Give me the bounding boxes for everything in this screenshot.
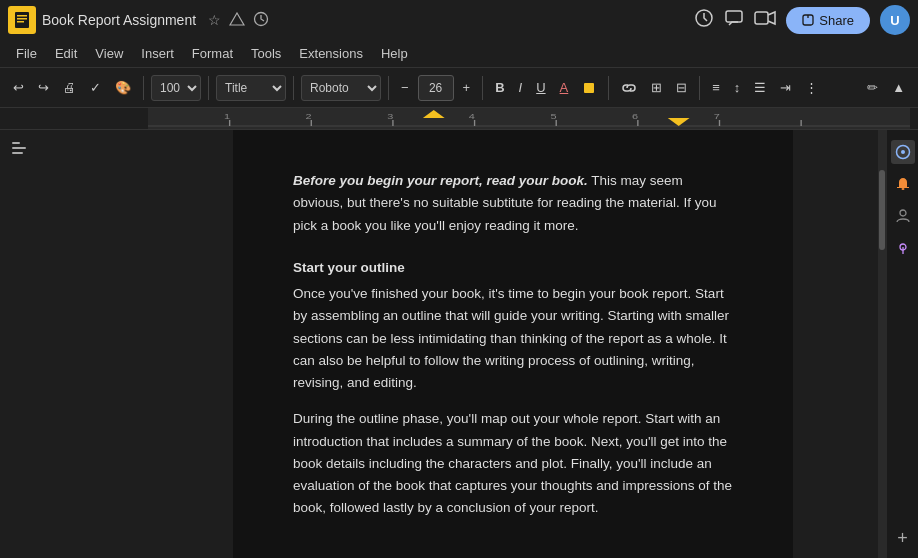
redo-button[interactable]: ↪: [33, 76, 54, 99]
indent-button[interactable]: ⇥: [775, 76, 796, 99]
list-button[interactable]: ☰: [749, 76, 771, 99]
divider2: [208, 76, 209, 100]
menu-view[interactable]: View: [87, 43, 131, 64]
outline-icon[interactable]: [12, 140, 32, 162]
undo-button[interactable]: ↩: [8, 76, 29, 99]
right-panel: +: [886, 130, 918, 558]
divider5: [482, 76, 483, 100]
svg-rect-11: [584, 83, 594, 93]
history-icon[interactable]: [253, 11, 269, 30]
svg-text:2: 2: [306, 111, 312, 120]
notifications-icon[interactable]: [891, 172, 915, 196]
menu-tools[interactable]: Tools: [243, 43, 289, 64]
svg-rect-1: [17, 15, 27, 17]
avatar[interactable]: U: [880, 5, 910, 35]
svg-text:5: 5: [550, 111, 556, 120]
svg-rect-36: [901, 188, 904, 190]
underline-button[interactable]: U: [531, 76, 550, 99]
menu-edit[interactable]: Edit: [47, 43, 85, 64]
svg-rect-32: [12, 147, 26, 149]
svg-rect-12: [148, 108, 910, 130]
line-spacing-button[interactable]: ↕: [729, 76, 746, 99]
italic-button[interactable]: I: [514, 76, 528, 99]
bold-button[interactable]: B: [490, 76, 509, 99]
svg-rect-31: [12, 142, 20, 144]
divider3: [293, 76, 294, 100]
svg-rect-7: [726, 11, 742, 22]
toolbar: ↩ ↪ 🖨 ✓ 🎨 100% Title Normal Heading 1 Ro…: [0, 68, 918, 108]
svg-rect-2: [17, 18, 27, 20]
menu-extensions[interactable]: Extensions: [291, 43, 371, 64]
svg-marker-4: [230, 13, 244, 25]
menu-help[interactable]: Help: [373, 43, 416, 64]
title-right: Share U: [694, 5, 910, 35]
divider4: [388, 76, 389, 100]
svg-text:6: 6: [632, 111, 638, 120]
main-area: Before you begin your report, read your …: [0, 130, 918, 558]
spell-check-button[interactable]: ✓: [85, 76, 106, 99]
share-button[interactable]: Share: [786, 7, 870, 34]
align-button[interactable]: ≡: [707, 76, 725, 99]
divider1: [143, 76, 144, 100]
doc-title-area: Book Report Assignment: [42, 12, 196, 28]
highlight-button[interactable]: [577, 77, 601, 99]
font-select[interactable]: Roboto Arial Times New Roman: [301, 75, 381, 101]
explore-icon[interactable]: [891, 140, 915, 164]
left-sidebar: [0, 130, 148, 558]
menu-insert[interactable]: Insert: [133, 43, 182, 64]
svg-text:7: 7: [714, 111, 720, 120]
menu-format[interactable]: Format: [184, 43, 241, 64]
color-button[interactable]: A: [555, 76, 574, 99]
voice-button[interactable]: ▲: [887, 76, 910, 99]
font-size-input[interactable]: [418, 75, 454, 101]
maps-icon[interactable]: [891, 236, 915, 260]
ruler-inner: 1 2 3 4 5 6 7: [148, 108, 910, 129]
menu-bar: File Edit View Insert Format Tools Exten…: [0, 40, 918, 68]
svg-rect-33: [12, 152, 23, 154]
video-icon[interactable]: [754, 10, 776, 31]
svg-point-37: [900, 210, 906, 216]
section-1-para: Once you've finished your book, it's tim…: [293, 283, 733, 394]
paint-format-button[interactable]: 🎨: [110, 76, 136, 99]
more-toolbar[interactable]: ⋮: [800, 76, 823, 99]
divider6: [608, 76, 609, 100]
print-button[interactable]: 🖨: [58, 76, 81, 99]
svg-text:4: 4: [469, 111, 476, 120]
svg-rect-3: [17, 21, 24, 23]
scrollbar[interactable]: [878, 130, 886, 558]
menu-file[interactable]: File: [8, 43, 45, 64]
svg-rect-0: [15, 12, 29, 28]
section-2-para: During the outline phase, you'll map out…: [293, 408, 733, 519]
divider7: [699, 76, 700, 100]
font-size-increase[interactable]: +: [458, 76, 476, 99]
history-toolbar-icon[interactable]: [694, 8, 714, 33]
insert-image-button[interactable]: ⊞: [646, 76, 667, 99]
app-icon: [8, 6, 36, 34]
doc-title[interactable]: Book Report Assignment: [42, 12, 196, 28]
svg-rect-8: [755, 12, 768, 24]
drive-icon[interactable]: [229, 12, 245, 29]
zoom-select[interactable]: 100%: [151, 75, 201, 101]
section-1-heading: Start your outline: [293, 257, 733, 279]
document-page[interactable]: Before you begin your report, read your …: [233, 130, 793, 558]
person-icon[interactable]: [891, 204, 915, 228]
star-icon[interactable]: ☆: [208, 12, 221, 28]
svg-point-35: [901, 150, 905, 154]
pen-mode-button[interactable]: ✏: [862, 76, 883, 99]
svg-text:1: 1: [224, 111, 230, 120]
ruler: 1 2 3 4 5 6 7: [0, 108, 918, 130]
font-size-decrease[interactable]: −: [396, 76, 414, 99]
chat-icon[interactable]: [724, 8, 744, 33]
bold-italic-text: Before you begin your report, read your …: [293, 173, 588, 188]
insert-table-button[interactable]: ⊟: [671, 76, 692, 99]
scroll-thumb[interactable]: [879, 170, 885, 250]
style-select[interactable]: Title Normal Heading 1: [216, 75, 286, 101]
svg-text:3: 3: [387, 111, 393, 120]
paragraph-1: Before you begin your report, read your …: [293, 170, 733, 237]
add-icon[interactable]: +: [891, 526, 915, 550]
page-container: Before you begin your report, read your …: [148, 130, 878, 558]
link-button[interactable]: [616, 78, 642, 98]
title-icons: ☆: [208, 11, 269, 30]
title-bar: Book Report Assignment ☆ Share U: [0, 0, 918, 40]
